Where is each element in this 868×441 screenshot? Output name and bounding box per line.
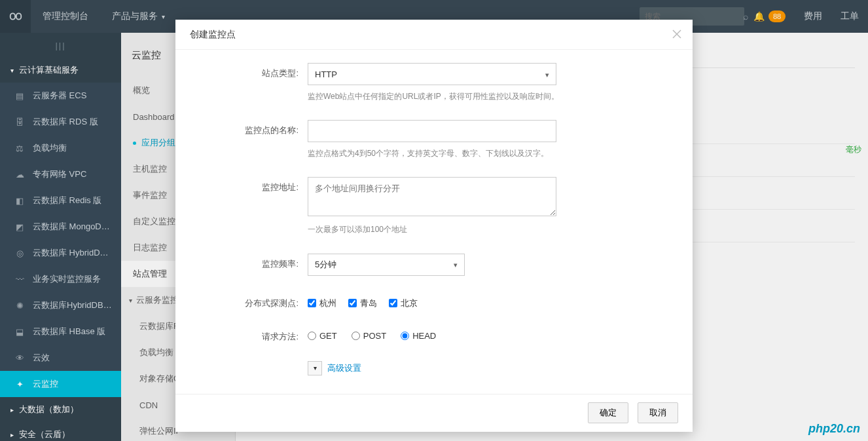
advanced-link[interactable]: 高级设置 xyxy=(327,362,361,374)
name-input[interactable] xyxy=(308,120,556,142)
modal-title: 创建监控点 xyxy=(175,20,693,50)
hint-type: 监控Web站点中任何指定的URL或者IP，获得可用性监控以及响应时间。 xyxy=(308,90,583,103)
label-method: 请求方法: xyxy=(195,326,308,343)
type-select[interactable]: HTTP xyxy=(308,63,556,85)
probe-beijing[interactable]: 北京 xyxy=(389,297,418,309)
probe-hangzhou[interactable]: 杭州 xyxy=(308,297,336,309)
modal-overlay: 创建监控点 站点类型: HTTP 监控Web站点中任何指定的URL或者IP，获得… xyxy=(0,0,868,441)
ok-button[interactable]: 确定 xyxy=(588,402,628,423)
method-head[interactable]: HEAD xyxy=(401,331,436,341)
checkbox-hangzhou[interactable] xyxy=(308,299,316,307)
hint-name: 监控点格式为4到50个字符，支持英文字母、数字、下划线以及汉字。 xyxy=(308,147,583,160)
advanced-toggle[interactable]: ▾ xyxy=(308,361,322,375)
freq-select[interactable]: 5分钟 xyxy=(308,254,465,276)
chevron-down-icon xyxy=(545,69,549,79)
checkbox-qingdao[interactable] xyxy=(348,299,357,307)
method-post[interactable]: POST xyxy=(352,331,386,341)
chevron-down-icon xyxy=(454,259,458,269)
close-icon xyxy=(672,29,681,39)
addr-textarea[interactable] xyxy=(308,177,556,216)
modal-close-button[interactable] xyxy=(670,28,683,41)
radio-get[interactable] xyxy=(308,332,316,340)
label-freq: 监控频率: xyxy=(195,254,308,276)
create-monitor-modal: 创建监控点 站点类型: HTTP 监控Web站点中任何指定的URL或者IP，获得… xyxy=(175,20,693,432)
cancel-button[interactable]: 取消 xyxy=(638,402,678,423)
label-probes: 分布式探测点: xyxy=(195,293,308,309)
label-type: 站点类型: xyxy=(195,63,308,103)
method-get[interactable]: GET xyxy=(308,331,337,341)
hint-addr: 一次最多可以添加100个地址 xyxy=(308,223,583,236)
radio-head[interactable] xyxy=(401,332,409,340)
radio-post[interactable] xyxy=(352,332,360,340)
probe-qingdao[interactable]: 青岛 xyxy=(348,297,377,309)
label-name: 监控点的名称: xyxy=(195,120,308,160)
checkbox-beijing[interactable] xyxy=(389,299,397,307)
label-addr: 监控地址: xyxy=(195,177,308,236)
